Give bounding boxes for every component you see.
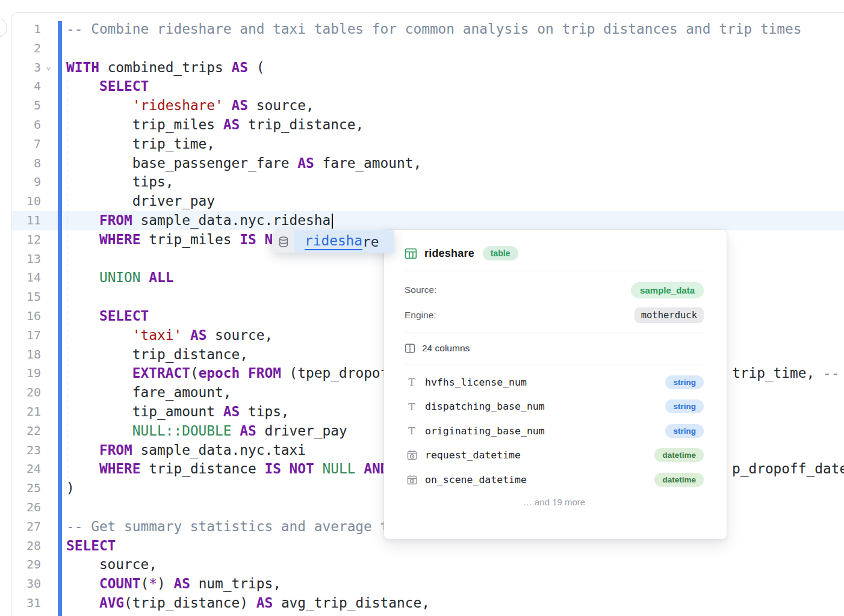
source-label: Source:: [405, 285, 436, 295]
code-line[interactable]: 4 SELECT: [0, 77, 844, 96]
line-number: 13: [14, 250, 41, 269]
autocomplete-item-rideshare[interactable]: rideshare: [272, 230, 394, 253]
code-token: -- Combine rideshare and taxi tables for…: [66, 21, 802, 37]
column-row: on_scene_datetimedatetime: [405, 467, 704, 492]
column-row: Thvfhs_license_numstring: [405, 370, 704, 395]
code-line-text: SELECT: [66, 77, 149, 96]
code-line-text: WITH combined_trips AS (: [66, 58, 264, 78]
line-number: 32: [14, 613, 41, 616]
code-line[interactable]: 3⌄WITH combined_trips AS (: [0, 58, 844, 78]
line-number: 17: [14, 326, 41, 345]
code-line[interactable]: 29 source,: [0, 555, 844, 574]
code-token: AS: [256, 595, 273, 611]
line-number: 23: [14, 441, 41, 460]
code-token: [66, 78, 99, 94]
line-number: 10: [14, 192, 41, 211]
columns-count-row: 24 columns: [405, 340, 704, 356]
more-columns-label: … and 19 more: [405, 497, 704, 507]
code-token: FROM: [248, 365, 281, 381]
code-token: [256, 232, 265, 247]
code-token: [66, 461, 99, 476]
code-token: source,: [206, 327, 273, 343]
code-line[interactable]: 2: [0, 39, 844, 58]
code-token: [66, 270, 99, 285]
code-line-text: FROM sample_data.nyc.ridesha: [66, 211, 330, 230]
line-number: 30: [14, 574, 41, 594]
code-token: SELECT: [99, 78, 149, 94]
code-token: [66, 365, 132, 381]
code-token: sample_data.nyc.taxi: [132, 442, 306, 458]
line-number: 24: [14, 460, 41, 479]
code-line[interactable]: 8 base_passenger_fare AS fare_amount,: [0, 154, 844, 173]
table-info-popup: rideshare table Source: sample_data Engi…: [383, 229, 727, 540]
code-token: 'taxi': [132, 327, 182, 343]
code-line[interactable]: 6 trip_miles AS trip_distance,: [0, 116, 844, 135]
code-token: trip_time,: [66, 136, 215, 152]
code-token: source,: [66, 556, 157, 572]
line-number: 2: [14, 39, 41, 58]
code-line[interactable]: 5 'rideshare' AS source,: [0, 96, 844, 116]
code-line[interactable]: 31 AVG(trip_distance) AS avg_trip_distan…: [0, 594, 844, 613]
line-number: 18: [14, 345, 41, 365]
code-token: base_passenger_fare: [66, 155, 297, 171]
line-number: 4: [14, 77, 41, 96]
autocomplete-match-text: ridesha: [305, 233, 362, 250]
line-number: 8: [14, 154, 41, 173]
code-token: [141, 270, 149, 285]
code-token: AS: [232, 97, 248, 113]
code-token: FROM: [99, 442, 132, 458]
column-type-badge: string: [665, 424, 704, 438]
popup-title: rideshare: [424, 247, 474, 260]
line-number: 1: [14, 20, 41, 39]
code-line-text: SELECT: [66, 537, 116, 556]
code-line-text: WHERE trip_miles IS N: [66, 230, 273, 250]
code-line-text: COUNT(*) AS num_trips,: [66, 574, 281, 594]
column-type-badge: string: [665, 399, 704, 413]
line-number: 14: [14, 268, 41, 288]
code-token: ALL: [149, 270, 173, 285]
code-token: NULL::DOUBLE: [132, 423, 232, 439]
line-number: 29: [14, 555, 41, 574]
code-token: [66, 97, 132, 113]
columns-list: Thvfhs_license_numstringTdispatching_bas…: [405, 370, 704, 492]
code-token: 'rideshare': [132, 97, 223, 113]
column-type-badge: datetime: [654, 448, 704, 462]
line-number: 6: [14, 116, 41, 135]
code-line[interactable]: 10 driver_pay: [0, 192, 844, 211]
line-number: 25: [14, 479, 41, 498]
code-line[interactable]: 7 trip_time,: [0, 135, 844, 154]
code-line-text: UNION ALL: [66, 268, 173, 288]
code-token: IS: [264, 461, 281, 476]
code-line[interactable]: 1-- Combine rideshare and taxi tables fo…: [0, 20, 844, 39]
code-token: SELECT: [99, 308, 149, 324]
code-line[interactable]: 9 tips,: [0, 173, 844, 192]
code-token: fare_amount,: [314, 155, 421, 171]
code-token: p_dropoff_datet: [732, 461, 844, 476]
code-line-text: AVG(trip_time) AS avg_trip_time,: [66, 613, 364, 616]
code-token: driver_pay: [256, 423, 347, 439]
text-column-icon: T: [405, 425, 419, 437]
fold-chevron-icon[interactable]: ⌄: [46, 57, 51, 76]
text-column-icon: T: [405, 401, 419, 413]
code-line-text: FROM sample_data.nyc.taxi: [66, 441, 306, 460]
code-token: AS: [223, 404, 240, 419]
code-token: [66, 327, 132, 343]
text-cursor: [332, 214, 333, 229]
code-token: trip_distance,: [240, 117, 364, 132]
code-token: FROM: [99, 212, 132, 228]
code-line-text: 'rideshare' AS source,: [66, 96, 314, 116]
code-token: trip_distance,: [66, 346, 248, 362]
code-line[interactable]: 32 AVG(trip_time) AS avg_trip_time,: [0, 613, 844, 616]
code-token: WHERE: [99, 232, 141, 247]
code-line-text: trip_distance,: [66, 345, 248, 365]
popup-header: rideshare table: [405, 244, 704, 262]
code-line[interactable]: 30 COUNT(*) AS num_trips,: [0, 574, 844, 594]
column-name: originating_base_num: [425, 425, 545, 437]
code-line-text: NULL::DOUBLE AS driver_pay: [66, 422, 347, 441]
table-type-badge: table: [483, 246, 518, 260]
autocomplete-rest-text: re: [362, 234, 379, 250]
code-token: WITH: [66, 60, 99, 75]
code-line[interactable]: 11 FROM sample_data.nyc.ridesha: [0, 211, 844, 230]
code-token: AVG: [99, 595, 124, 611]
divider: [405, 365, 704, 365]
